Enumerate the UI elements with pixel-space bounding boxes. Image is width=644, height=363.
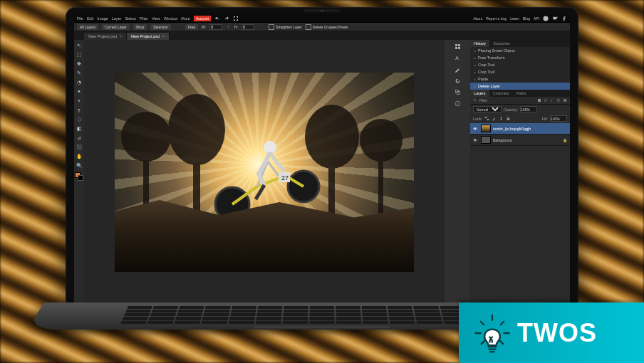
smart-filter-icon[interactable] [563,98,567,102]
menu-learn[interactable]: Learn [510,16,519,21]
zoom-tool[interactable]: 🔍 [75,162,83,170]
scope-shop[interactable]: Shop [133,24,147,30]
visibility-icon[interactable]: 👁 [473,138,479,142]
lock-pos-icon[interactable] [499,116,504,121]
link-wh-icon[interactable] [226,24,231,29]
menu-about[interactable]: About [473,16,482,21]
reddit-icon[interactable] [543,16,549,21]
redo-icon[interactable] [224,16,229,21]
menu-filter[interactable]: Filter [140,16,148,21]
layer-thumbnail[interactable] [481,125,491,132]
svg-rect-32 [507,118,510,120]
background-swatch[interactable] [78,175,83,181]
lock-trans-icon[interactable] [484,116,489,121]
lasso-tool[interactable]: ✥ [75,60,83,68]
layer-name[interactable]: Background [493,138,561,142]
layer-thumbnail[interactable] [481,136,491,144]
layer-name[interactable]: tumblr_lyc1nqugM1qgjh [493,127,567,131]
adjust-filter-icon[interactable] [544,98,548,102]
history-item[interactable]: Free Transform [470,54,570,61]
document-canvas[interactable]: 27 [115,73,414,272]
scope-current[interactable]: Current Layer [102,24,130,30]
pixel-filter-icon[interactable] [537,98,541,102]
pen-tool[interactable]: ⊿ [75,134,83,142]
svg-rect-27 [558,100,560,102]
history-item[interactable]: Placing Smart Object [470,47,570,54]
channels-tab[interactable]: Channels [489,90,513,97]
menu-report[interactable]: Report a bug [486,16,507,21]
clone-panel-icon[interactable] [452,87,462,97]
shape-filter-icon[interactable] [556,98,561,102]
gradient-tool[interactable]: ◧ [75,125,83,133]
opacity-input[interactable] [520,106,537,112]
history-panel-icon[interactable] [452,75,462,85]
heal-tool[interactable]: ⌖ [75,97,83,105]
doc-tab-1[interactable]: New Project.psd× [127,33,170,40]
scope-selection[interactable]: Selection [150,24,171,30]
layer-blend-row: Normal Opacity: [470,104,570,114]
wand-tool[interactable]: ✎ [75,69,83,78]
height-input[interactable] [242,24,254,30]
lock-all-icon[interactable] [506,116,511,121]
history-panel-tabs: History Swatches [470,40,570,47]
facebook-icon[interactable] [561,16,567,21]
menu-image[interactable]: Image [97,16,108,21]
hand-tool[interactable]: ✋ [75,152,83,161]
eyedropper-tool[interactable]: ✶ [75,88,83,96]
layers-tab[interactable]: Layers [470,90,489,97]
options-bar: All Layers Current Layer Shop Selection … [74,23,570,31]
fullscreen-icon[interactable] [233,16,239,21]
swatches-tab[interactable]: Swatches [489,40,514,47]
menu-blog[interactable]: Blog [523,16,530,21]
ratio-free[interactable]: Free [185,24,198,30]
paths-tab[interactable]: Paths [513,90,530,97]
scope-all[interactable]: All Layers [77,24,98,30]
delete-cropped-toggle[interactable]: Delete Cropped Pixels [306,24,348,30]
menu-more[interactable]: More [181,16,190,21]
fill-input[interactable] [550,115,567,122]
marquee-tool[interactable]: ⬚ [75,51,83,59]
menu-view[interactable]: View [152,16,160,21]
move-tool[interactable]: ↖ [75,41,83,50]
history-item[interactable]: Paste [470,75,570,83]
history-item[interactable]: Crop Tool [470,61,570,68]
info-panel-icon[interactable]: i [452,98,462,108]
close-icon[interactable]: × [162,34,165,38]
type-tool[interactable]: T [75,106,83,115]
layer-row[interactable]: 👁 Background 🔒 [470,135,570,146]
width-input[interactable] [209,24,222,30]
history-item[interactable]: Delete Layer [470,83,570,90]
menu-window[interactable]: Window [164,16,178,21]
canvas-area[interactable]: 27 [84,40,445,305]
blend-mode-select[interactable]: Normal [473,106,502,112]
lock-pixels-icon[interactable] [492,116,497,121]
shape-tool[interactable]: ⬯ [75,115,83,124]
history-tab[interactable]: History [470,40,489,47]
svg-rect-24 [538,99,541,102]
menu-file[interactable]: File [77,16,83,21]
straighten-toggle[interactable]: Straighten Layer [269,24,302,30]
rect-tool[interactable]: ⬛ [75,143,83,152]
visibility-icon[interactable]: 👁 [473,127,479,131]
svg-rect-14 [455,44,457,46]
panels-stack: History Swatches Placing Smart Object Fr… [470,40,570,305]
layer-row[interactable]: 👁 tumblr_lyc1nqugM1qgjh [470,123,570,135]
menu-api[interactable]: API [534,16,539,21]
type-filter-icon[interactable]: T [550,98,554,102]
color-swatches[interactable] [75,172,83,181]
character-panel-icon[interactable]: A [452,53,462,63]
menu-layer[interactable]: Layer [112,16,122,21]
menu-bar: File Edit Image Layer Select Filter View… [74,14,570,23]
menu-edit[interactable]: Edit [87,16,93,21]
undo-icon[interactable] [214,16,220,21]
brush-panel-icon[interactable] [452,64,462,74]
doc-tab-0[interactable]: New Project.psd× [84,33,127,40]
twitter-icon[interactable] [552,16,558,21]
history-item[interactable]: Crop Tool [470,68,570,75]
svg-point-0 [544,16,549,21]
swatches-panel-icon[interactable] [452,41,462,51]
menu-account[interactable]: Account [194,16,211,21]
menu-select[interactable]: Select [125,16,135,21]
close-icon[interactable]: × [120,34,122,38]
crop-tool[interactable]: ◔ [75,78,83,87]
